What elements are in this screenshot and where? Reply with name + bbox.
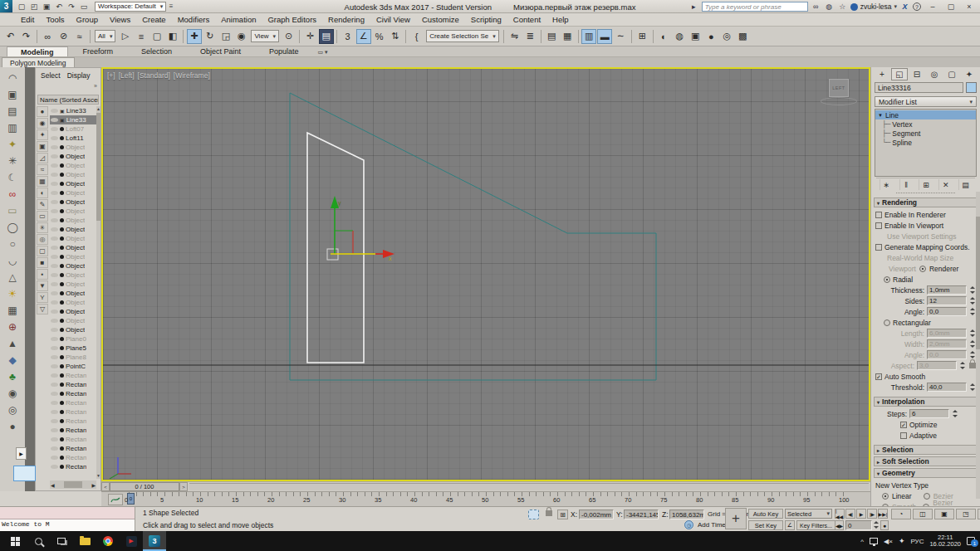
circle-icon[interactable]: ○	[3, 236, 22, 252]
visibility-icon[interactable]	[51, 264, 58, 268]
show-end-result-icon[interactable]: ‖	[899, 179, 913, 190]
object-color-swatch[interactable]	[966, 82, 977, 93]
dropbox-icon[interactable]: ✦	[899, 537, 905, 545]
curve-editor-icon[interactable]: ∼	[613, 29, 628, 44]
visibility-icon[interactable]	[51, 173, 58, 177]
scene-object-row[interactable]: Rectan	[50, 435, 96, 444]
scene-object-row[interactable]: Object	[50, 298, 96, 307]
create-tab[interactable]: +	[874, 68, 890, 80]
modifier-stack-item[interactable]: ├─Segment	[875, 129, 976, 138]
explorer-filter-icon-6[interactable]: ▦	[37, 176, 48, 187]
scene-object-row[interactable]: ▣Line33	[50, 106, 96, 115]
favorites-star-icon[interactable]: ☆	[837, 2, 848, 12]
keyword-search-input[interactable]	[702, 2, 808, 12]
frame-spinner[interactable]	[873, 520, 880, 529]
explorer-filter-icon-4[interactable]: ◿	[37, 153, 48, 163]
remove-modifier-icon[interactable]: ✕	[938, 179, 952, 190]
explorer-vertical-scrollbar[interactable]: ▲ ▼	[96, 106, 100, 479]
scene-object-row[interactable]: Loft11	[50, 134, 96, 143]
renderer-radio[interactable]	[919, 266, 926, 272]
scene-object-row[interactable]: Rectan	[50, 389, 96, 398]
spinner-control[interactable]	[969, 285, 976, 295]
rectangular-selection-icon[interactable]: ▢	[149, 29, 164, 44]
scene-object-row[interactable]: Object	[50, 280, 96, 289]
spinner-snap-icon[interactable]: ⇅	[388, 29, 403, 44]
maxscript-mini-listener[interactable]: Welcome to M	[0, 507, 135, 532]
explorer-filter-icon-3[interactable]: ▣	[37, 141, 48, 152]
tab-polygon-modeling[interactable]: Polygon Modeling	[2, 57, 75, 67]
rollout-geometry-header[interactable]: ▾ Geometry	[874, 468, 978, 478]
unlink-selection-icon[interactable]: ⊘	[56, 29, 71, 44]
rectangular-radio[interactable]	[884, 319, 890, 326]
volume-muted-icon[interactable]: ◀×	[884, 538, 893, 545]
save-file-icon[interactable]: ▣	[41, 1, 52, 12]
ribbon-tab-populate[interactable]: Populate	[256, 46, 312, 56]
scene-object-row[interactable]: Object	[50, 307, 96, 316]
viewcube-face[interactable]: LEFT	[829, 79, 849, 97]
rollout-interpolation-header[interactable]: ▾ Interpolation	[874, 397, 978, 407]
next-frame-button[interactable]: |▶	[867, 509, 877, 519]
schematic-view-icon[interactable]: ⊞	[635, 29, 649, 44]
zoom-extents-icon[interactable]: ▣	[934, 509, 954, 519]
visibility-icon[interactable]	[51, 273, 58, 277]
scene-object-row[interactable]: Plane5	[50, 344, 96, 353]
plane-icon[interactable]: ▭	[3, 202, 22, 219]
image-icon[interactable]: ▣	[3, 86, 22, 103]
viewport-label-segment-1[interactable]: [Left]	[119, 71, 135, 80]
layer-manager-icon[interactable]: ▤	[544, 29, 559, 44]
spinner-control[interactable]	[952, 409, 958, 418]
adaptive-checkbox[interactable]	[900, 432, 907, 439]
explorer-filter-icon-7[interactable]: ◐	[37, 188, 48, 198]
current-frame-marker[interactable]: 0	[127, 493, 135, 505]
scene-object-row[interactable]: Object	[50, 252, 96, 261]
explorer-filter-icon-9[interactable]: ▭	[37, 211, 48, 222]
visibility-icon[interactable]	[51, 355, 58, 359]
start-button[interactable]	[3, 531, 27, 551]
visibility-icon[interactable]	[51, 109, 58, 113]
container-icon[interactable]: ▦	[560, 29, 575, 44]
menu-edit[interactable]: Edit	[15, 13, 40, 26]
rollout-soft-selection-header[interactable]: ▸ Soft Selection	[874, 456, 978, 466]
left-viewport[interactable]: [+][Left][Standard][Wireframe] y x	[101, 67, 870, 481]
light-bulb-icon[interactable]: ✦	[3, 136, 22, 153]
ribbon-tab-object-paint[interactable]: Object Paint	[187, 46, 254, 56]
reference-coordinate-dropdown[interactable]: View▾	[251, 30, 279, 42]
panel-b-icon[interactable]: ▥	[3, 119, 22, 136]
scene-object-row[interactable]: Object	[50, 289, 96, 298]
utilities-tab[interactable]: ✦	[961, 68, 978, 80]
scene-object-row[interactable]: Object	[50, 188, 96, 197]
blob-icon[interactable]: ◯	[3, 219, 22, 236]
bezier-radio[interactable]	[924, 493, 930, 500]
modifier-stack-item[interactable]: └─Spline	[875, 138, 976, 147]
visibility-icon[interactable]	[51, 456, 58, 460]
menu-animation[interactable]: Animation	[215, 13, 262, 26]
isolate-selection-toggle[interactable]	[528, 510, 539, 519]
time-slider-track[interactable]	[189, 483, 869, 490]
selected-spline-shape[interactable]	[307, 133, 364, 363]
scene-object-row[interactable]: Object	[50, 271, 96, 280]
scrollbar-thumb[interactable]	[96, 113, 100, 221]
viewport-label-segment-0[interactable]: [+]	[107, 71, 115, 80]
scene-object-row[interactable]: ▣Line33	[50, 115, 96, 124]
modifier-list-dropdown[interactable]: Modifier List ▾	[875, 96, 977, 107]
scene-object-row[interactable]: Object	[50, 225, 96, 234]
explorer-filter-icon-13[interactable]: ■	[37, 257, 48, 268]
file-explorer-button[interactable]	[73, 531, 96, 551]
set-keys-button[interactable]: +	[725, 508, 747, 529]
visibility-icon[interactable]	[51, 346, 58, 350]
listener-script-row[interactable]: Welcome to M	[0, 519, 135, 531]
previous-frame-arrow[interactable]: <	[101, 482, 110, 491]
visibility-icon[interactable]	[51, 383, 58, 387]
select-and-scale-icon[interactable]: ◲	[218, 29, 233, 44]
name-column-header[interactable]: Name (Sorted Ascen	[37, 95, 99, 105]
visibility-icon[interactable]	[51, 465, 58, 469]
language-indicator[interactable]: РУС	[910, 538, 924, 545]
explorer-menu-display[interactable]: Display	[66, 71, 92, 80]
media-player-button[interactable]: ▶	[120, 531, 143, 551]
chrome-button[interactable]	[96, 531, 120, 551]
swirl-icon[interactable]: ◉	[3, 385, 22, 402]
visibility-icon[interactable]	[51, 118, 58, 122]
rollout-selection-header[interactable]: ▸ Selection	[874, 445, 978, 455]
minimize-button[interactable]: –	[924, 1, 942, 12]
visibility-icon[interactable]	[51, 373, 58, 378]
